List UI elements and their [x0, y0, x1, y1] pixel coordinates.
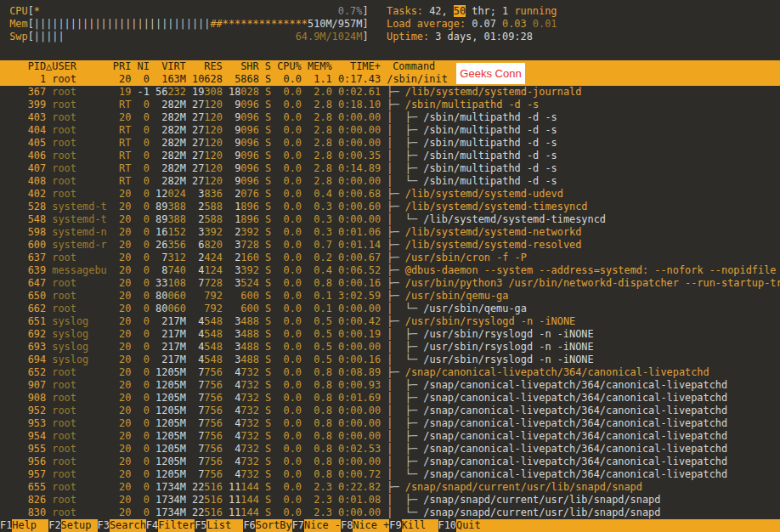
cell-priority: 20 [113, 507, 131, 518]
process-row[interactable]: 639 messagebu 20 0 8740 4124 3392 S 0.0 … [0, 264, 780, 277]
process-row[interactable]: 655 root 20 0 1734M 22516 11144 S 0.0 2.… [0, 481, 780, 494]
process-row[interactable]: 907 root 20 0 1205M 7756 4732 S 0.0 0.8 … [0, 379, 780, 392]
fkey-key: F4 [146, 519, 158, 532]
cell-shr: 096 [240, 124, 258, 136]
cell-user: systemd-r [52, 239, 106, 251]
process-row[interactable]: 908 root 20 0 1205M 7756 4732 S 0.0 0.8 … [0, 392, 780, 405]
tree-branch: ├─ [387, 99, 404, 110]
process-row[interactable]: 367 root 19 -1 56232 19308 18028 S 0.0 2… [0, 86, 780, 99]
process-row[interactable]: 600 systemd-r 20 0 26356 6820 3728 S 0.0… [0, 239, 780, 252]
cell-shr: 732 [240, 468, 258, 480]
cell-mem-percent: 0.1 [308, 303, 332, 314]
process-row[interactable]: 408 root RT 0 282M 27120 9096 S 0.0 2.8 … [0, 175, 780, 188]
cell-virt: 89 [155, 201, 167, 212]
cell-cpu-percent: 0.0 [277, 354, 302, 365]
process-row[interactable]: 403 root 20 0 282M 27120 9096 S 0.0 2.8 … [0, 111, 780, 124]
process-row[interactable]: 598 systemd-n 20 0 16152 3392 2392 S 0.0… [0, 226, 780, 239]
cell-priority: 20 [113, 264, 131, 276]
cell-res: 424 [204, 252, 222, 263]
process-row[interactable]: 954 root 20 0 1205M 7756 4732 S 0.0 0.8 … [0, 430, 780, 443]
process-row[interactable]: 957 root 20 0 1205M 7756 4732 S 0.0 0.8 … [0, 468, 780, 481]
cell-nice: 0 [138, 417, 150, 429]
cell-priority: 20 [113, 201, 131, 212]
process-row[interactable]: 402 root 20 0 12024 3836 2076 S 0.0 0.4 … [0, 188, 780, 201]
cell-virt: 1205M [155, 379, 186, 391]
process-row[interactable]: 405 root RT 0 282M 27120 9096 S 0.0 2.8 … [0, 137, 780, 150]
cell-res: 2 [192, 213, 204, 225]
process-row[interactable]: 651 syslog 20 0 217M 4548 3488 S 0.0 0.5… [0, 315, 780, 328]
cell-time: 0:00.67 [338, 252, 381, 263]
process-row[interactable]: 650 root 20 0 80060 792 600 S 0.0 0.1 3:… [0, 290, 780, 303]
process-row[interactable]: 830 root 20 0 1734M 22516 11144 S 0.0 2.… [0, 507, 780, 519]
tree-branch: ├─ [387, 481, 404, 493]
process-row[interactable]: 647 root 20 0 33108 7728 3524 S 0.0 0.8 … [0, 277, 780, 290]
process-row[interactable]: 662 root 20 0 80060 792 600 S 0.0 0.1 0:… [0, 303, 780, 315]
cell-shr: 9 [229, 137, 240, 149]
process-row[interactable]: 637 root 20 0 7312 2424 2160 S 0.0 0.2 0… [0, 252, 780, 264]
fkey-f4-filter[interactable]: F4Filter [146, 519, 195, 532]
fkey-f7-nice[interactable]: F7Nice - [292, 519, 341, 532]
process-row[interactable]: 404 root RT 0 282M 27120 9096 S 0.0 2.8 … [0, 124, 780, 137]
cell-state: S [265, 175, 271, 187]
process-row[interactable]: 528 systemd-t 20 0 89388 2588 1896 S 0.0… [0, 201, 780, 213]
cell-shr: 5868 [229, 73, 259, 85]
fkey-f6-sortby[interactable]: F6SortBy [243, 519, 291, 532]
cell-priority: RT [113, 99, 131, 110]
cell-cpu-percent: 0.0 [277, 111, 302, 123]
cell-res: 756 [204, 366, 222, 378]
fkey-f10-quit[interactable]: F10Quit [438, 519, 493, 532]
fkey-f9-kill[interactable]: F9Kill [389, 519, 438, 532]
cell-priority: 20 [113, 417, 131, 429]
process-row[interactable]: 952 root 20 0 1205M 7756 4732 S 0.0 0.8 … [0, 405, 780, 417]
fkey-f2-setup[interactable]: F2Setup [48, 519, 97, 532]
cell-virt: 740 [167, 264, 185, 276]
cell-user: root [52, 188, 106, 200]
cell-virt: 89 [155, 213, 167, 225]
cell-time: 0:00.00 [338, 111, 381, 123]
cell-user: root [52, 468, 106, 480]
cell-shr: 2 [229, 252, 240, 263]
process-row[interactable]: 953 root 20 0 1205M 7756 4732 S 0.0 0.8 … [0, 417, 780, 430]
cell-shr: 3 [229, 315, 240, 327]
cell-shr: 488 [240, 315, 258, 327]
cell-mem-percent: 0.8 [308, 405, 332, 416]
process-row[interactable]: 652 root 20 0 1205M 7756 4732 S 0.0 0.8 … [0, 366, 780, 379]
cell-res: 4 [192, 354, 204, 365]
cell-virt: 1205M [155, 468, 186, 480]
cell-cpu-percent: 0.0 [277, 137, 302, 149]
cell-user: root [52, 507, 106, 518]
process-row[interactable]: 692 syslog 20 0 217M 4548 3488 S 0.0 0.5… [0, 328, 780, 341]
load-5min: 0.03 [502, 18, 533, 30]
fkey-label: Nice + [353, 519, 389, 532]
cell-nice: 0 [138, 239, 150, 251]
process-row[interactable]: 407 root RT 0 282M 27120 9096 S 0.0 2.8 … [0, 162, 780, 175]
cell-res: 820 [204, 239, 222, 251]
process-row[interactable]: 955 root 20 0 1205M 7756 4732 S 0.0 0.8 … [0, 443, 780, 456]
cell-command: /usr/bin/python3 /usr/bin/networkd-dispa… [405, 277, 780, 289]
process-table-header[interactable]: PID△USER PRI NI VIRT RES SHR S CPU% MEM%… [0, 60, 780, 73]
process-row[interactable]: 694 syslog 20 0 217M 4548 3488 S 0.0 0.5… [0, 354, 780, 366]
cell-cpu-percent: 0.0 [277, 417, 302, 429]
cell-mem-percent: 2.8 [308, 150, 332, 161]
cell-user: root [52, 277, 106, 289]
fkey-f8-nice[interactable]: F8Nice + [341, 519, 389, 532]
cell-res: 516 [204, 494, 222, 506]
process-row[interactable]: 956 root 20 0 1205M 7756 4732 S 0.0 0.8 … [0, 456, 780, 468]
process-row[interactable]: 826 root 20 0 1734M 22516 11144 S 0.0 2.… [0, 494, 780, 507]
cell-priority: 20 [113, 315, 131, 327]
process-row[interactable]: 399 root RT 0 282M 27120 9096 S 0.0 2.8 … [0, 99, 780, 111]
fkey-f5-list[interactable]: F5List [195, 519, 243, 532]
process-row[interactable]: 548 systemd-t 20 0 89388 2588 1896 S 0.0… [0, 213, 780, 226]
process-row[interactable]: 693 syslog 20 0 217M 4548 3488 S 0.0 0.5… [0, 341, 780, 354]
cell-virt: 56 [155, 86, 167, 98]
cell-priority: RT [113, 162, 131, 174]
cell-virt: 1205M [155, 430, 186, 442]
fkey-f3-search[interactable]: F3Search [98, 519, 146, 532]
process-row[interactable]: 406 root RT 0 282M 27120 9096 S 0.0 2.8 … [0, 150, 780, 162]
cell-pid: 407 [3, 162, 46, 174]
fkey-label: Help [12, 519, 48, 532]
fkey-f1-help[interactable]: F1Help [0, 519, 48, 532]
process-row[interactable]: 1 root 20 0 163M 10628 5868 S 0.0 1.1 0:… [0, 73, 780, 86]
cell-res: 120 [204, 124, 222, 136]
cell-mem-percent: 2.8 [308, 137, 332, 149]
